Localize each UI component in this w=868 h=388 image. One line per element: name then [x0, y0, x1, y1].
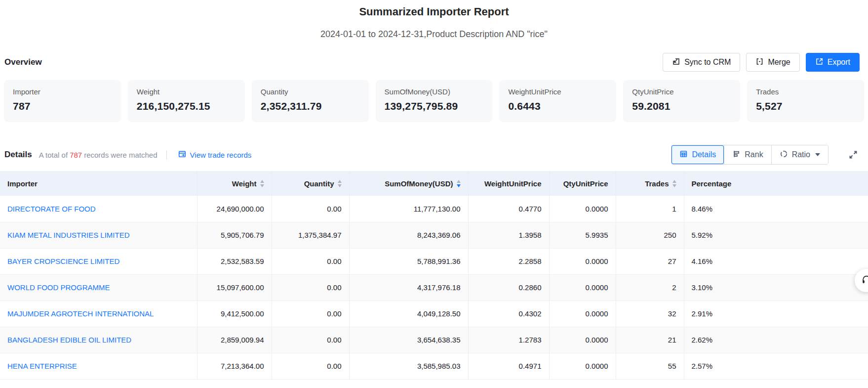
quantity-cell: 0.00: [272, 196, 349, 222]
fullscreen-icon[interactable]: [848, 150, 858, 160]
header-importer: Importer: [0, 171, 197, 196]
trades-cell: 27: [616, 248, 684, 274]
header-trades-sort[interactable]: Trades: [616, 171, 684, 196]
qty-unit-price-cell: 0.0000: [549, 353, 616, 379]
stat-card-sum-of-money: SumOfMoney(USD) 139,275,795.89: [376, 80, 493, 122]
overview-heading: Overview: [4, 57, 42, 67]
merge-button[interactable]: Merge: [746, 53, 799, 72]
header-percentage: Percentage: [684, 171, 868, 196]
table-header-row: Importer Weight Quantity SumOfMoney(USD)…: [0, 171, 868, 196]
qty-unit-price-cell: 0.0000: [549, 327, 616, 353]
export-icon: [815, 57, 824, 68]
stat-card-trades: Trades 5,527: [747, 80, 864, 122]
sum-cell: 5,788,991.36: [349, 248, 468, 274]
importer-link[interactable]: HENA ENTERPRISE: [7, 362, 77, 370]
weight-unit-price-cell: 0.4770: [468, 196, 549, 222]
weight-cell: 5,905,706.79: [197, 222, 272, 248]
sum-cell: 11,777,130.00: [349, 196, 468, 222]
header-weight-sort[interactable]: Weight: [197, 171, 272, 196]
weight-cell: 9,412,500.00: [197, 301, 272, 327]
qty-unit-price-cell: 0.0000: [549, 196, 616, 222]
tab-details[interactable]: Details: [671, 145, 724, 164]
weight-cell: 7,213,364.00: [197, 353, 272, 379]
overview-actions: Sync to CRM Merge Export: [663, 53, 860, 72]
sort-icon: [260, 180, 264, 187]
importer-link[interactable]: WORLD FOOD PROGRAMME: [7, 283, 110, 292]
trades-cell: 1: [616, 196, 684, 222]
weight-unit-price-cell: 0.4971: [468, 353, 549, 379]
weight-cell: 24,690,000.00: [197, 196, 272, 222]
matched-count: 787: [68, 151, 84, 159]
qty-unit-price-cell: 0.0000: [549, 248, 616, 274]
percentage-cell: 5.92%: [684, 222, 868, 248]
weight-unit-price-cell: 1.3958: [468, 222, 549, 248]
trades-cell: 32: [616, 301, 684, 327]
tab-ratio[interactable]: Ratio: [771, 145, 828, 164]
table-row: BANGLADESH EDIBLE OIL LIMITED 2,859,009.…: [0, 327, 868, 353]
header-sum-of-money-sort[interactable]: SumOfMoney(USD): [349, 171, 468, 196]
overview-stats-row: Importer 787 Weight 216,150,275.15 Quant…: [4, 80, 864, 122]
matched-records-text: A total of787records were matched: [39, 151, 158, 159]
sum-cell: 4,317,976.18: [349, 274, 468, 301]
page-title: Summarized Importer Report: [0, 5, 868, 18]
view-mode-segmented-control: Details Rank Ratio: [671, 145, 829, 165]
stat-card-qty-unit-price: QtyUnitPrice 59.2081: [623, 80, 740, 122]
view-trade-records-link[interactable]: View trade records: [178, 150, 252, 160]
sync-icon: [672, 57, 680, 68]
quantity-cell: 0.00: [272, 301, 349, 327]
sum-cell: 3,654,638.35: [349, 327, 468, 353]
importers-table: Importer Weight Quantity SumOfMoney(USD)…: [0, 171, 868, 380]
merge-icon: [755, 57, 764, 68]
percentage-cell: 2.62%: [684, 327, 868, 353]
header-quantity-sort[interactable]: Quantity: [272, 171, 349, 196]
trades-cell: 250: [616, 222, 684, 248]
quantity-cell: 1,375,384.97: [272, 222, 349, 248]
chevron-down-icon: [815, 153, 820, 156]
trades-cell: 2: [616, 274, 684, 301]
tab-rank[interactable]: Rank: [724, 145, 771, 164]
weight-unit-price-cell: 0.4302: [468, 301, 549, 327]
table-row: DIRECTORATE OF FOOD 24,690,000.00 0.00 1…: [0, 196, 868, 222]
quantity-cell: 0.00: [272, 248, 349, 274]
trades-cell: 21: [616, 327, 684, 353]
qty-unit-price-cell: 0.0000: [549, 301, 616, 327]
sort-icon-active-desc: [457, 180, 461, 187]
details-summary: Details A total of787records were matche…: [4, 150, 251, 160]
importer-link[interactable]: BAYER CROPSCIENCE LIMITED: [7, 257, 119, 265]
trades-cell: 55: [616, 353, 684, 379]
weight-unit-price-cell: 1.2783: [468, 327, 549, 353]
sum-cell: 3,585,985.03: [349, 353, 468, 379]
sort-icon: [672, 180, 676, 187]
export-button[interactable]: Export: [806, 53, 860, 72]
table-grid-icon: [679, 150, 688, 160]
quantity-cell: 0.00: [272, 353, 349, 379]
stat-card-importer: Importer 787: [4, 80, 121, 122]
percentage-cell: 4.16%: [684, 248, 868, 274]
stat-card-weight-unit-price: WeightUnitPrice 0.6443: [499, 80, 616, 122]
qty-unit-price-cell: 5.9935: [549, 222, 616, 248]
header-qty-unit-price: QtyUnitPrice: [549, 171, 616, 196]
importer-link[interactable]: DIRECTORATE OF FOOD: [7, 205, 96, 213]
importer-link[interactable]: KIAM METAL INDUSTRIES LIMITED: [7, 231, 130, 239]
weight-cell: 2,532,583.59: [197, 248, 272, 274]
importer-link[interactable]: BANGLADESH EDIBLE OIL LIMITED: [7, 336, 131, 344]
percentage-cell: 2.57%: [684, 353, 868, 379]
importer-link[interactable]: MAJUMDER AGROTECH INTERNATIONAL: [7, 309, 154, 318]
sum-cell: 8,243,369.06: [349, 222, 468, 248]
stat-card-weight: Weight 216,150,275.15: [128, 80, 245, 122]
table-row: BAYER CROPSCIENCE LIMITED 2,532,583.59 0…: [0, 248, 868, 274]
details-toolbar: Details A total of787records were matche…: [4, 145, 858, 165]
sort-icon: [338, 180, 342, 187]
table-row: WORLD FOOD PROGRAMME 15,097,600.00 0.00 …: [0, 274, 868, 301]
table-row: HENA ENTERPRISE 7,213,364.00 0.00 3,585,…: [0, 353, 868, 379]
report-header: Summarized Importer Report 2024-01-01 to…: [0, 0, 868, 40]
overview-bar: Overview Sync to CRM Merge Export: [4, 52, 860, 72]
rank-chart-icon: [732, 150, 741, 160]
sync-to-crm-button[interactable]: Sync to CRM: [663, 53, 740, 72]
stat-card-quantity: Quantity 2,352,311.79: [252, 80, 369, 122]
table-row: KIAM METAL INDUSTRIES LIMITED 5,905,706.…: [0, 222, 868, 248]
header-weight-unit-price: WeightUnitPrice: [468, 171, 549, 196]
percentage-cell: 8.46%: [684, 196, 868, 222]
report-filter-subtitle: 2024-01-01 to 2024-12-31,Product Descrip…: [0, 29, 868, 40]
percentage-cell: 2.91%: [684, 301, 868, 327]
